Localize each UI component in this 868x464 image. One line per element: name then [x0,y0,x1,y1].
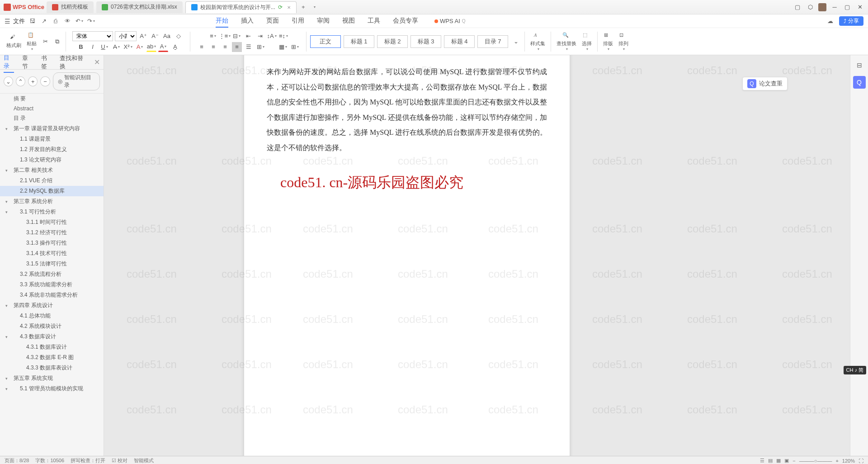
number-list-icon[interactable]: ⋮≡ [220,31,230,41]
collapse-button[interactable]: ⌄ [4,76,13,86]
align-center-icon[interactable]: ≡ [208,42,218,52]
increase-indent-icon[interactable]: ⇥ [255,31,265,41]
font-name-select[interactable]: 宋体 [72,31,113,41]
cut-icon[interactable]: ✂ [40,37,50,47]
outline-item[interactable]: 3.1.5 法律可行性 [0,259,104,269]
style-h2[interactable]: 标题 2 [377,35,408,48]
rail-collapse-icon[interactable]: ⊟ [853,59,866,71]
outline-item[interactable]: 2.2 MySQL 数据库 [0,186,104,196]
view-mode-icon[interactable]: ☰ [760,458,764,464]
style-h3[interactable]: 标题 3 [410,35,441,48]
outline-item[interactable]: 4.3.1 数据库设计 [0,342,104,352]
outline-item[interactable]: ▾3.1 可行性分析 [0,207,104,217]
tab-page[interactable]: 页面 [266,15,279,28]
outline-item[interactable]: 1.2 开发目的和意义 [0,144,104,155]
italic-button[interactable]: I [88,42,98,52]
avatar-icon[interactable] [818,3,826,11]
tab-document-active[interactable]: 校园新闻管理系统的设计与开...⟳✕ [185,1,297,13]
close-icon[interactable]: ✕ [287,5,291,10]
multilevel-list-icon[interactable]: ⊟ [231,31,241,41]
outline-item[interactable]: 3.4 系统非功能需求分析 [0,290,104,300]
chevron-down-icon[interactable]: ▾ [5,376,8,381]
outline-item[interactable]: 3.1.1 时间可行性 [0,217,104,227]
chevron-down-icon[interactable]: ▾ [5,199,8,204]
text-effect-button[interactable]: A [135,42,145,52]
side-tab-chapter[interactable]: 章节 [22,52,33,72]
tab-view[interactable]: 视图 [342,15,355,28]
font-color-button[interactable]: A [158,42,168,52]
export-icon[interactable]: ↗ [39,17,48,26]
outline-item[interactable]: 3.1.2 经济可行性 [0,227,104,238]
increase-font-icon[interactable]: A⁺ [138,31,148,41]
change-case-icon[interactable]: Aa [162,31,172,41]
outline-item[interactable]: ▾第四章 系统设计 [0,300,104,311]
print-icon[interactable]: ⎙ [51,17,60,26]
view-web-icon[interactable]: ▦ [776,458,781,464]
style-more-icon[interactable]: ⌄ [511,37,521,47]
redo-button[interactable]: ↷ [86,17,95,26]
outline-item[interactable]: 4.2 系统模块设计 [0,321,104,331]
decrease-indent-icon[interactable]: ⇤ [243,31,253,41]
outline-item[interactable]: 3.3 系统功能需求分析 [0,279,104,290]
phonetic-button[interactable]: A̱ [170,42,180,52]
shading-icon[interactable]: ▦ [278,42,288,52]
outline-item[interactable]: 3.2 系统流程分析 [0,269,104,279]
zoom-out-button[interactable]: − [793,458,795,464]
outline-item[interactable]: 目 录 [0,113,104,123]
paste-button[interactable]: 📋粘贴 [25,31,38,52]
clear-format-icon[interactable]: ◇ [174,31,184,41]
view-outline-icon[interactable]: ▣ [784,458,789,464]
fullscreen-icon[interactable]: ⛶ [859,458,863,464]
tab-menu-button[interactable] [310,3,319,12]
zoom-slider[interactable]: ———○——— [799,458,832,464]
share-button[interactable]: ⤴ 分享 [839,16,863,26]
preview-icon[interactable]: 👁 [63,17,72,26]
align-left-icon[interactable]: ≡ [197,42,207,52]
save-icon[interactable]: 🖫 [28,17,37,26]
outline-item[interactable]: ▾第五章 系统实现 [0,373,104,384]
wps-ai-button[interactable]: WPS AIQ [434,18,466,24]
tab-reference[interactable]: 引用 [292,15,304,28]
tab-stop-icon[interactable]: ⊞ [255,42,265,52]
tab-start[interactable]: 开始 [216,15,228,28]
status-proof[interactable]: ☑ 校对 [112,457,127,464]
view-page-icon[interactable]: ▤ [768,458,773,464]
outline-item[interactable]: 摘 要 [0,94,104,104]
format-painter-button[interactable]: 🖌格式刷 [5,33,23,50]
outline-item[interactable]: Abstract [0,104,104,113]
status-spell[interactable]: 拼写检查：打开 [71,457,105,464]
status-page[interactable]: 页面：8/28 [5,457,29,464]
strikethrough-button[interactable]: A̶ [111,42,121,52]
chevron-down-icon[interactable]: ▾ [5,127,8,131]
document-area[interactable]: 来作为网站开发的网站后台数据库，可以说公司使用 MySQL 进行数据管理不仅节约… [104,55,850,456]
font-size-select[interactable]: 小四 [115,31,137,41]
cloud-icon[interactable]: ☁ [826,17,835,26]
tab-tools[interactable]: 工具 [368,15,380,28]
expand-button[interactable]: ⌃ [16,76,25,86]
status-words[interactable]: 字数：10506 [35,457,64,464]
outline-item[interactable]: ▾5.1 管理员功能模块的实现 [0,384,104,394]
minimize-button[interactable]: ─ [830,3,839,12]
zoom-in-button[interactable]: + [835,458,838,464]
find-replace-button[interactable]: 🔍查找替换 [555,31,578,52]
style-toc7[interactable]: 目录 7 [477,35,508,48]
file-menu[interactable]: 文件 [13,17,25,25]
undo-button[interactable]: ↶ [75,17,84,26]
align-button[interactable]: ⊡排列 [617,31,630,52]
window-icon[interactable]: ▢ [793,3,802,12]
bold-button[interactable]: B [76,42,86,52]
outline-item[interactable]: 3.1.4 技术可行性 [0,248,104,259]
text-direction-icon[interactable]: ↕A [267,31,277,41]
tab-templates[interactable]: 找稻壳模板 [47,1,94,13]
remove-button[interactable]: − [40,76,50,86]
outline-item[interactable]: 3.1.3 操作可行性 [0,238,104,248]
outline-item[interactable]: 1.1 课题背景 [0,134,104,144]
cube-icon[interactable]: ⬡ [806,3,815,12]
chevron-down-icon[interactable]: ▾ [5,168,8,173]
chevron-down-icon[interactable]: ▾ [5,387,8,391]
outline-item[interactable]: 1.3 论文研究内容 [0,155,104,165]
side-tab-bookmark[interactable]: 书签 [41,52,52,72]
outline-item[interactable]: ▾第三章 系统分析 [0,196,104,207]
sidebar-close-icon[interactable]: ✕ [94,58,100,66]
zoom-level[interactable]: 120% [842,458,855,464]
